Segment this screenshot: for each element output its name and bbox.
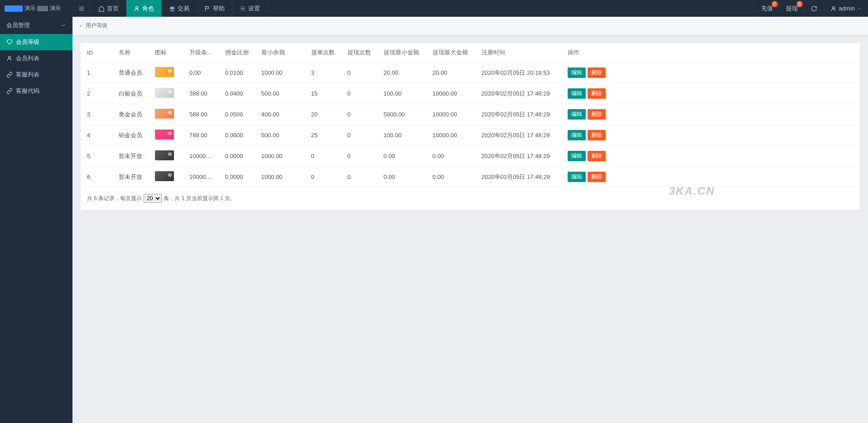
withdraw-label: 提现 [786,5,798,13]
level-thumbnail [155,88,174,98]
delete-button[interactable]: 删除 [588,130,606,140]
cell-order-count: 20 [305,104,341,125]
user-menu[interactable]: admin [824,0,868,17]
cell-commission: 0.0000 [219,146,255,167]
cell-commission: 0.0100 [219,62,255,83]
sidebar-item-label: 会员等级 [16,38,39,46]
sidebar-item-service-code[interactable]: 客服代码 [0,83,72,99]
col-withdraw-max: 提现最大金额 [426,43,475,62]
cell-name: 暂未开放 [112,146,149,167]
level-thumbnail [155,171,174,181]
home-icon [98,5,105,12]
level-thumbnail [155,67,174,77]
refresh-button[interactable] [804,0,824,17]
cell-action: 编辑删除 [561,62,860,83]
svg-point-0 [136,6,138,9]
cell-order-count: 0 [305,146,341,167]
svg-point-1 [242,8,244,10]
cell-id: 3 [81,104,112,125]
recharge-label: 充值 [761,5,773,13]
delete-button[interactable]: 删除 [588,172,606,182]
sidebar-group-member-label: 会员管理 [6,21,30,29]
chevron-down-icon [61,23,66,28]
table-row: 1普通会员0.000.01001000.003020.0020.002020年0… [81,62,860,83]
cell-withdraw-count: 0 [341,62,377,83]
sidebar-item-service-list[interactable]: 客服列表 [0,67,72,83]
col-withdraw-min: 提现最小金额 [377,43,426,62]
cell-withdraw-min: 0.00 [377,167,426,187]
table-row: 3黄金会员588.000.0500400.002005000.0010000.0… [81,104,860,125]
chevron-down-icon [857,6,862,11]
delete-button[interactable]: 删除 [588,151,606,161]
edit-button[interactable]: 编辑 [568,109,586,120]
svg-point-3 [9,56,11,58]
cell-commission: 0.0500 [219,104,255,125]
edit-button[interactable]: 编辑 [568,88,586,99]
edit-button[interactable]: 编辑 [568,130,586,140]
cell-min-balance: 400.00 [255,104,305,125]
table-header-row: ID 名称 图标 升级条... 佣金比例 最小余额 接单次数 提现次数 提现最小… [81,43,860,62]
edit-button[interactable]: 编辑 [568,172,586,182]
cell-withdraw-min: 5000.00 [377,104,426,125]
sidebar-item-label: 客服代码 [16,87,39,95]
cell-name: 暂未开放 [112,167,149,187]
level-table: ID 名称 图标 升级条... 佣金比例 最小余额 接单次数 提现次数 提现最小… [81,43,860,187]
sidebar-item-member-level[interactable]: 会员等级 [0,34,72,50]
cell-icon [149,125,183,146]
gear-icon [240,5,246,12]
cell-icon [149,146,183,167]
scale-icon [169,5,175,12]
cell-min-balance: 500.00 [255,125,305,146]
cell-min-balance: 500.00 [255,83,305,104]
nav-home[interactable]: 首页 [91,0,126,17]
cell-order-count: 3 [305,62,341,83]
cell-withdraw-min: 100.00 [377,83,426,104]
cell-upgrade: 0.00 [183,62,219,83]
cell-commission: 0.0000 [219,167,255,187]
col-id: ID [81,43,112,62]
pager-prefix: 共 6 条记录，每页显示 [87,195,142,202]
cell-withdraw-count: 0 [341,146,377,167]
page-size-select[interactable]: 20 [144,194,162,203]
nav-trade-label: 交易 [178,5,189,13]
sidebar-group-member[interactable]: 会员管理 [0,17,72,34]
cell-withdraw-count: 0 [341,83,377,104]
delete-button[interactable]: 删除 [588,67,606,78]
cell-commission: 0.0400 [219,83,255,104]
nav-role[interactable]: 角色 [126,0,162,17]
toggle-sidebar-button[interactable] [72,0,91,17]
cell-name: 普通会员 [112,62,149,83]
delete-button[interactable]: 删除 [588,88,606,99]
breadcrumb-label: 用户等级 [86,22,107,29]
cell-order-count: 15 [305,83,341,104]
nav-trade[interactable]: 交易 [162,0,197,17]
cell-id: 2 [81,83,112,104]
table-row: 2白银会员388.000.0400500.00150100.0010000.00… [81,83,860,104]
cell-id: 5 [81,146,112,167]
cell-withdraw-max: 20.00 [426,62,475,83]
col-commission: 佣金比例 [219,43,255,62]
recharge-badge: 0 [772,1,778,7]
delete-button[interactable]: 删除 [588,109,606,120]
content: 用户等级 ID 名称 图标 升级条... 佣金比例 最小余额 接单次数 提现次数… [72,17,868,210]
withdraw-button[interactable]: 提现 0 [779,0,804,17]
chevron-right-icon [79,24,83,28]
menu-icon [78,5,85,12]
edit-button[interactable]: 编辑 [568,67,586,78]
cell-id: 6 [81,167,112,187]
cell-icon [149,62,183,83]
flag-icon [204,5,211,12]
nav-help[interactable]: 帮助 [197,0,232,17]
recharge-button[interactable]: 充值 0 [754,0,779,17]
cell-order-count: 25 [305,125,341,146]
edit-button[interactable]: 编辑 [568,151,586,161]
sidebar-item-member-list[interactable]: 会员列表 [0,50,72,67]
cell-order-count: 0 [305,167,341,187]
cell-upgrade: 588.00 [183,104,219,125]
cell-action: 编辑删除 [561,83,860,104]
user-icon [134,5,140,12]
table-row: 6暂未开放10000....0.00001000.00000.000.00202… [81,167,860,187]
cell-action: 编辑删除 [561,104,860,125]
nav-settings[interactable]: 设置 [232,0,268,17]
cell-withdraw-max: 10000.00 [426,125,475,146]
